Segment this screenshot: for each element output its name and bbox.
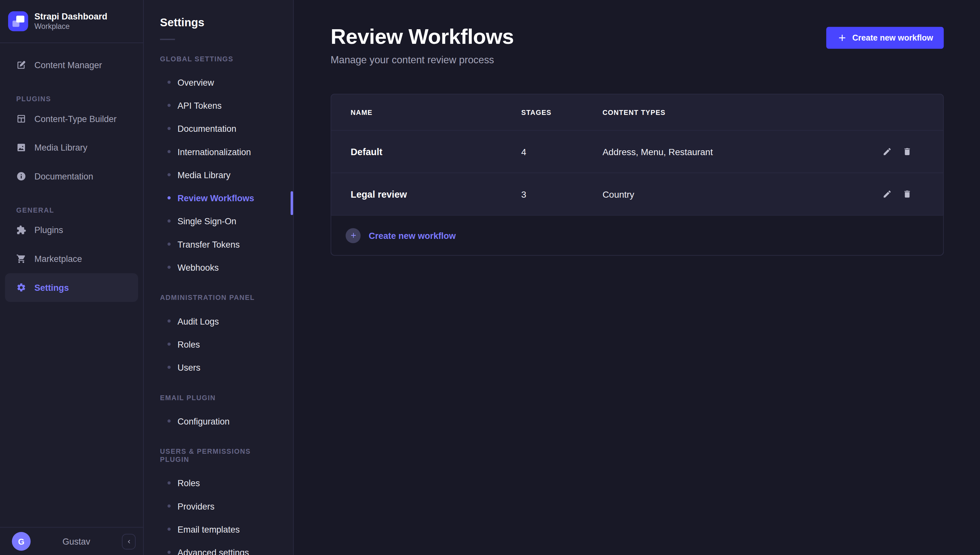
sidebar-item-media-library[interactable]: Media Library (5, 133, 138, 162)
bullet-icon (167, 173, 171, 176)
workflow-name-cell: Default (351, 146, 521, 157)
subnav-item-webhooks[interactable]: Webhooks (144, 256, 293, 279)
subnav-item-providers[interactable]: Providers (144, 494, 293, 517)
gear-icon (16, 283, 26, 293)
bullet-icon (167, 266, 171, 269)
subnav-item-overview[interactable]: Overview (144, 71, 293, 94)
bullet-icon (167, 481, 171, 484)
page-subtitle: Manage your content review process (331, 54, 494, 67)
subnav-item-review-workflows[interactable]: Review Workflows (144, 186, 293, 209)
trash-icon (902, 189, 911, 199)
sidebar-footer: G Gustav (0, 527, 143, 555)
sidebar-item-content-manager[interactable]: Content Manager (5, 51, 138, 80)
subnav-group-administration-panel: ADMINISTRATION PANEL (160, 294, 277, 302)
subnav-item-transfer-tokens[interactable]: Transfer Tokens (144, 233, 293, 255)
workflow-content-types-cell: Address, Menu, Restaurant (603, 147, 850, 157)
bullet-icon (167, 504, 171, 508)
column-header-stages: STAGES (521, 108, 602, 116)
user-name: Gustav (62, 536, 90, 547)
table-row[interactable]: Default 4 Address, Menu, Restaurant (331, 130, 943, 173)
main-content: Review Workflows Manage your content rev… (294, 0, 980, 555)
subnav-item-api-tokens[interactable]: API Tokens (144, 94, 293, 117)
workflows-table: NAME STAGES CONTENT TYPES Default 4 Addr… (331, 94, 944, 256)
sidebar-item-label: Documentation (34, 172, 93, 181)
bullet-icon (167, 319, 171, 322)
column-header-content-types: CONTENT TYPES (603, 108, 850, 116)
subnav-item-documentation[interactable]: Documentation (144, 117, 293, 140)
bullet-icon (167, 242, 171, 246)
subnav-group-users-permissions-plugin: USERS & PERMISSIONS PLUGIN (160, 448, 277, 464)
settings-subnav: Settings GLOBAL SETTINGS Overview API To… (144, 0, 294, 555)
sidebar-item-marketplace[interactable]: Marketplace (5, 244, 138, 273)
subnav-title: Settings (160, 16, 293, 29)
footer-action-label: Create new workflow (368, 231, 456, 241)
workflow-content-types-cell: Country (603, 189, 850, 199)
subnav-item-audit-logs[interactable]: Audit Logs (144, 309, 293, 332)
bullet-icon (167, 196, 171, 200)
table-row[interactable]: Legal review 3 Country (331, 173, 943, 215)
edit-workflow-button[interactable] (882, 147, 892, 157)
avatar-initial: G (18, 536, 25, 546)
cart-icon (16, 254, 26, 264)
brand: Strapi Dashboard Workplace (0, 0, 143, 43)
sidebar-item-documentation[interactable]: Documentation (5, 162, 138, 191)
subnav-item-internationalization[interactable]: Internationalization (144, 140, 293, 163)
subnav-group-email-plugin: EMAIL PLUGIN (160, 394, 277, 402)
workflow-name-cell: Legal review (351, 189, 521, 200)
subnav-item-media-library[interactable]: Media Library (144, 163, 293, 186)
pencil-icon (882, 147, 892, 156)
edit-workflow-button[interactable] (882, 189, 892, 199)
sidebar-item-label: Marketplace (34, 254, 82, 264)
bullet-icon (167, 366, 171, 369)
subnav-item-single-sign-on[interactable]: Single Sign-On (144, 209, 293, 233)
table-header-row: NAME STAGES CONTENT TYPES (331, 95, 943, 130)
bullet-icon (167, 104, 171, 107)
subnav-item-users[interactable]: Users (144, 356, 293, 379)
column-header-name: NAME (351, 108, 521, 116)
sidebar-nav: Content Manager PLUGINS Content-Type Bui… (0, 43, 143, 527)
collapse-sidebar-button[interactable] (122, 534, 136, 549)
workflow-stages-cell: 3 (521, 189, 602, 199)
main-sidebar: Strapi Dashboard Workplace Content Manag… (0, 0, 144, 555)
user-menu[interactable]: G Gustav (12, 532, 31, 551)
create-workflow-button[interactable]: Create new workflow (826, 27, 944, 49)
subnav-item-roles-up[interactable]: Roles (144, 471, 293, 494)
brand-name: Strapi Dashboard (34, 11, 107, 22)
strapi-logo-icon (8, 11, 28, 32)
subnav-group-global-settings: GLOBAL SETTINGS (160, 55, 277, 63)
sidebar-item-label: Plugins (34, 225, 63, 235)
subnav-item-email-templates[interactable]: Email templates (144, 518, 293, 541)
delete-workflow-button[interactable] (902, 147, 912, 157)
sidebar-item-label: Content Manager (34, 60, 102, 70)
sidebar-item-content-type-builder[interactable]: Content-Type Builder (5, 104, 138, 133)
sidebar-item-label: Content-Type Builder (34, 114, 117, 124)
sidebar-item-label: Media Library (34, 143, 87, 152)
bullet-icon (167, 528, 171, 531)
info-circle-icon (16, 172, 26, 181)
bullet-icon (167, 551, 171, 554)
app: Strapi Dashboard Workplace Content Manag… (0, 0, 980, 555)
subnav-item-advanced-settings[interactable]: Advanced settings (144, 541, 293, 555)
bullet-icon (167, 150, 171, 153)
pencil-icon (882, 189, 892, 199)
sidebar-section-plugins: PLUGINS (16, 95, 138, 103)
image-icon (16, 143, 26, 152)
scrollbar-thumb[interactable] (291, 191, 293, 215)
puzzle-icon (16, 225, 26, 235)
bullet-icon (167, 127, 171, 130)
page-title: Review Workflows (331, 24, 514, 49)
layout-grid-icon (16, 114, 26, 124)
subnav-divider (160, 38, 175, 40)
sidebar-item-label: Settings (34, 283, 69, 293)
bullet-icon (167, 80, 171, 84)
delete-workflow-button[interactable] (902, 189, 912, 199)
sidebar-item-settings[interactable]: Settings (5, 273, 138, 302)
subnav-item-configuration[interactable]: Configuration (144, 410, 293, 433)
subnav-item-roles-admin[interactable]: Roles (144, 333, 293, 356)
plus-icon (837, 32, 847, 43)
workflow-stages-cell: 4 (521, 147, 602, 157)
sidebar-item-plugins[interactable]: Plugins (5, 215, 138, 244)
brand-workspace: Workplace (34, 22, 107, 31)
sidebar-section-general: GENERAL (16, 206, 138, 215)
table-footer-create-workflow[interactable]: Create new workflow (331, 215, 943, 255)
